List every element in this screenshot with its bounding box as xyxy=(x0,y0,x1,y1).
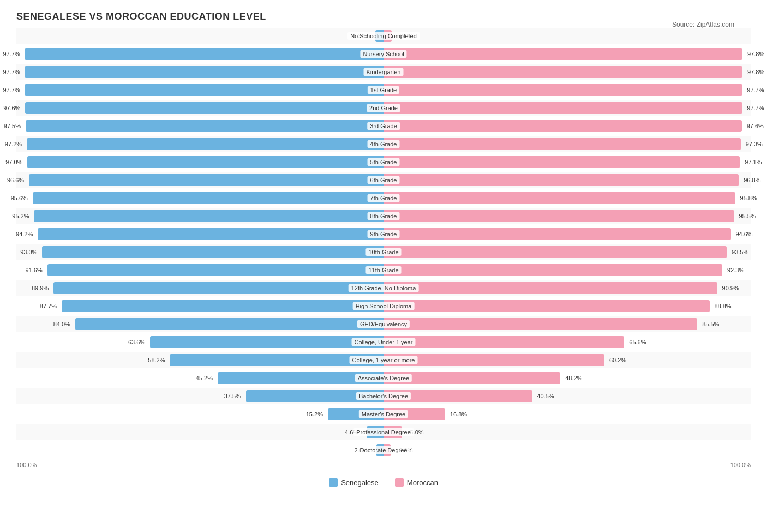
row-label: 10th Grade xyxy=(365,248,401,256)
bar-value-left: 91.6% xyxy=(26,267,43,273)
right-bar-container: 16.8% xyxy=(384,406,751,422)
bar-left: 97.0% xyxy=(27,156,384,168)
bar-value-right: 16.8% xyxy=(450,411,467,417)
bar-value-right: 95.5% xyxy=(739,213,756,219)
left-bar-container: 95.2% xyxy=(16,208,384,224)
chart-row: 2.0%Doctorate Degree2.0% xyxy=(16,442,751,458)
bar-right: 94.6% xyxy=(384,228,731,240)
bar-value-left: 97.7% xyxy=(3,69,20,75)
left-bar-container: 97.5% xyxy=(16,118,384,134)
bar-value-right: 96.8% xyxy=(744,177,760,183)
bar-value-right: 40.5% xyxy=(537,393,554,399)
chart-row: 97.5%3rd Grade97.6% xyxy=(16,118,751,134)
chart-container: SENEGALESE VS MOROCCAN EDUCATION LEVEL S… xyxy=(0,0,767,509)
bar-left: 91.6% xyxy=(47,264,384,276)
legend: Senegalese Moroccan xyxy=(16,478,751,487)
row-label: College, 1 year or more xyxy=(350,356,418,364)
left-bar-container: 2.0% xyxy=(16,442,384,458)
left-bar-container: 15.2% xyxy=(16,406,384,422)
right-bar-container: 95.5% xyxy=(384,208,751,224)
bar-value-right: 97.7% xyxy=(747,87,764,93)
right-bar-container: 97.6% xyxy=(384,118,751,134)
chart-row: 93.0%10th Grade93.5% xyxy=(16,244,751,260)
row-label: Kindergarten xyxy=(364,68,404,76)
bar-left: 94.2% xyxy=(38,228,384,240)
chart-row: 58.2%College, 1 year or more60.2% xyxy=(16,352,751,368)
right-bar-container: 90.9% xyxy=(384,280,751,296)
bar-value-left: 89.9% xyxy=(32,285,49,291)
right-bar-container: 97.3% xyxy=(384,136,751,152)
bar-right: 97.7% xyxy=(384,102,742,114)
legend-senegalese: Senegalese xyxy=(329,478,379,487)
right-bar-container: 88.8% xyxy=(384,298,751,314)
bar-value-right: 60.2% xyxy=(609,357,626,363)
axis-left-label: 100.0% xyxy=(16,462,37,468)
left-bar-container: 95.6% xyxy=(16,190,384,206)
row-label: 11th Grade xyxy=(365,266,401,274)
left-bar-container: 97.7% xyxy=(16,46,384,62)
row-label: 8th Grade xyxy=(368,212,400,220)
bar-left: 95.6% xyxy=(33,192,384,204)
chart-row: 84.0%GED/Equivalency85.5% xyxy=(16,316,751,332)
row-label: 9th Grade xyxy=(368,230,400,238)
row-label: Nursery School xyxy=(360,50,406,58)
bar-right: 88.8% xyxy=(384,300,710,312)
bar-right: 93.5% xyxy=(384,246,727,258)
chart-area: 2.3%No Schooling Completed2.2%97.7%Nurse… xyxy=(16,28,751,458)
row-label: Professional Degree xyxy=(353,428,414,436)
legend-label-senegalese: Senegalese xyxy=(341,479,379,487)
right-bar-container: 97.7% xyxy=(384,82,751,98)
bar-right: 97.8% xyxy=(384,48,742,60)
row-label: 7th Grade xyxy=(368,194,400,202)
left-bar-container: 4.6% xyxy=(16,424,384,440)
right-bar-container: 48.2% xyxy=(384,370,751,386)
bar-value-right: 97.8% xyxy=(747,69,764,75)
bar-value-right: 85.5% xyxy=(702,321,719,327)
chart-row: 63.6%College, Under 1 year65.6% xyxy=(16,334,751,350)
bar-left: 84.0% xyxy=(75,318,384,330)
legend-box-senegalese xyxy=(329,478,338,487)
bar-value-left: 58.2% xyxy=(148,357,165,363)
chart-title: SENEGALESE VS MOROCCAN EDUCATION LEVEL xyxy=(16,11,751,22)
right-bar-container: 65.6% xyxy=(384,334,751,350)
right-bar-container: 2.2% xyxy=(384,28,751,44)
bar-right: 97.7% xyxy=(384,84,742,96)
bar-value-left: 97.7% xyxy=(3,51,20,57)
bar-value-left: 84.0% xyxy=(53,321,70,327)
bar-left: 97.7% xyxy=(25,66,384,78)
bar-left: 95.2% xyxy=(34,210,384,222)
bar-value-left: 97.0% xyxy=(5,159,22,165)
bar-left: 63.6% xyxy=(150,336,384,348)
right-bar-container: 92.3% xyxy=(384,262,751,278)
bar-value-left: 37.5% xyxy=(224,393,241,399)
bar-value-left: 45.2% xyxy=(196,375,213,381)
bar-right: 97.6% xyxy=(384,120,742,132)
row-label: 12th Grade, No Diploma xyxy=(349,284,419,292)
row-label: Doctorate Degree xyxy=(357,446,410,454)
chart-row: 37.5%Bachelor's Degree40.5% xyxy=(16,388,751,404)
right-bar-container: 97.1% xyxy=(384,154,751,170)
right-bar-container: 85.5% xyxy=(384,316,751,332)
bar-right: 96.8% xyxy=(384,174,739,186)
right-bar-container: 95.8% xyxy=(384,190,751,206)
bar-value-right: 97.1% xyxy=(745,159,762,165)
right-bar-container: 60.2% xyxy=(384,352,751,368)
bar-right: 95.5% xyxy=(384,210,734,222)
chart-row: 95.6%7th Grade95.8% xyxy=(16,190,751,206)
chart-row: 91.6%11th Grade92.3% xyxy=(16,262,751,278)
bar-left: 93.0% xyxy=(42,246,384,258)
right-bar-container: 96.8% xyxy=(384,172,751,188)
right-bar-container: 94.6% xyxy=(384,226,751,242)
left-bar-container: 97.7% xyxy=(16,64,384,80)
row-label: 3rd Grade xyxy=(367,122,400,130)
row-label: Associate's Degree xyxy=(355,374,412,382)
left-bar-container: 96.6% xyxy=(16,172,384,188)
bar-value-right: 65.6% xyxy=(629,339,646,345)
right-bar-container: 93.5% xyxy=(384,244,751,260)
bar-value-right: 94.6% xyxy=(735,231,752,237)
left-bar-container: 37.5% xyxy=(16,388,384,404)
chart-row: 97.7%Nursery School97.8% xyxy=(16,46,751,62)
bar-right: 92.3% xyxy=(384,264,722,276)
bar-value-right: 90.9% xyxy=(722,285,739,291)
row-label: GED/Equivalency xyxy=(357,320,410,328)
